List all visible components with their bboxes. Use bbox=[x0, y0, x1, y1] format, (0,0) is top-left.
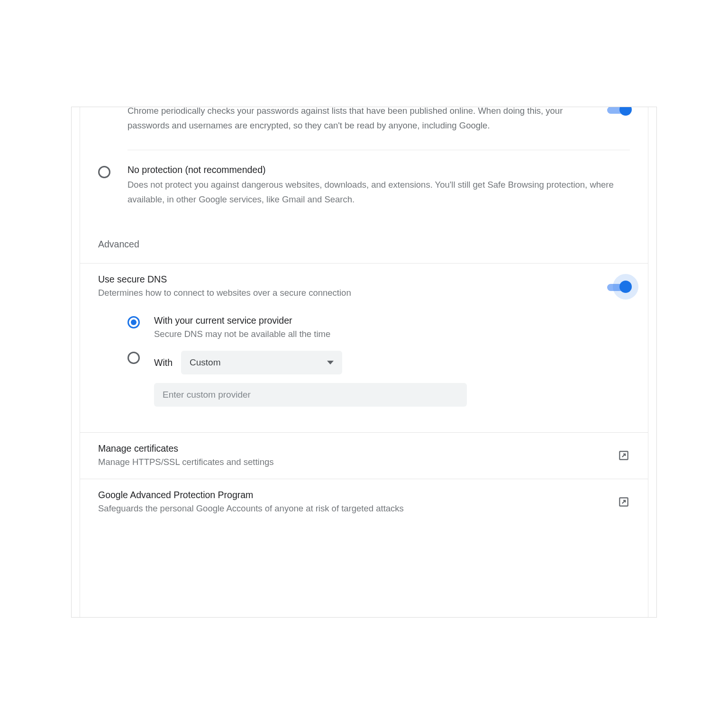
secure-dns-description: Determines how to connect to websites ov… bbox=[98, 288, 630, 298]
password-check-row: Chrome periodically checks your password… bbox=[80, 107, 648, 150]
secure-dns-custom-radio[interactable] bbox=[127, 352, 140, 364]
no-protection-description: Does not protect you against dangerous w… bbox=[127, 177, 630, 207]
advanced-protection-row[interactable]: Google Advanced Protection Program Safeg… bbox=[80, 479, 648, 525]
settings-viewport: Chrome periodically checks your password… bbox=[71, 107, 657, 618]
secure-dns-provider-select[interactable]: Custom bbox=[181, 351, 342, 374]
secure-dns-title: Use secure DNS bbox=[98, 274, 630, 285]
secure-dns-option-custom[interactable]: With Custom bbox=[127, 351, 630, 407]
no-protection-radio[interactable] bbox=[98, 166, 110, 178]
secure-dns-custom-input-wrapper[interactable] bbox=[154, 383, 467, 407]
secure-dns-provider-value: Custom bbox=[190, 357, 220, 368]
no-protection-title: No protection (not recommended) bbox=[127, 164, 630, 175]
no-protection-row[interactable]: No protection (not recommended) Does not… bbox=[80, 150, 648, 226]
secure-dns-options: With your current service provider Secur… bbox=[127, 315, 630, 407]
settings-panel: Chrome periodically checks your password… bbox=[80, 107, 648, 617]
password-check-toggle[interactable] bbox=[607, 107, 631, 117]
secure-dns-current-label: With your current service provider bbox=[154, 315, 630, 326]
open-external-icon bbox=[618, 496, 630, 508]
secure-dns-current-radio[interactable] bbox=[127, 316, 140, 328]
manage-certificates-description: Manage HTTPS/SSL certificates and settin… bbox=[98, 457, 274, 467]
advanced-section-header: Advanced bbox=[80, 226, 648, 264]
secure-dns-row: Use secure DNS Determines how to connect… bbox=[80, 264, 648, 433]
chevron-down-icon bbox=[327, 361, 334, 364]
advanced-protection-description: Safeguards the personal Google Accounts … bbox=[98, 503, 404, 514]
open-external-icon bbox=[618, 449, 630, 462]
secure-dns-toggle[interactable] bbox=[607, 281, 631, 294]
secure-dns-option-current[interactable]: With your current service provider Secur… bbox=[127, 315, 630, 339]
advanced-protection-title: Google Advanced Protection Program bbox=[98, 490, 404, 500]
secure-dns-custom-input[interactable] bbox=[163, 390, 458, 400]
secure-dns-current-sublabel: Secure DNS may not be available all the … bbox=[154, 329, 630, 339]
manage-certificates-title: Manage certificates bbox=[98, 443, 274, 454]
secure-dns-custom-label: With bbox=[154, 357, 173, 368]
manage-certificates-row[interactable]: Manage certificates Manage HTTPS/SSL cer… bbox=[80, 433, 648, 479]
password-check-description: Chrome periodically checks your password… bbox=[127, 107, 630, 133]
